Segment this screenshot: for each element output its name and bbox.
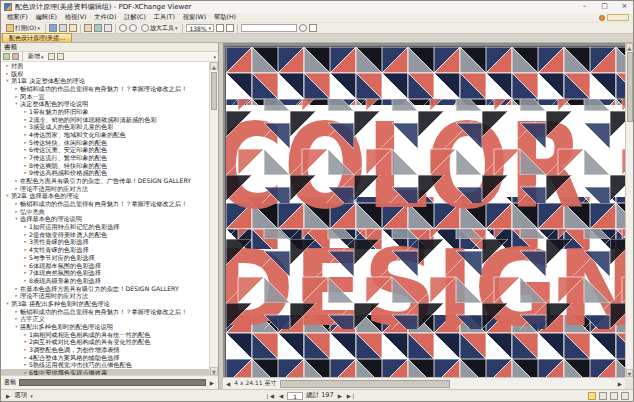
bookmark-expand-icon[interactable]: ▸ — [22, 346, 29, 354]
bookmark-item[interactable]: ▸5熟练运用视觉冲击技巧的点缀色配色 — [1, 361, 209, 369]
bookmark-expand-icon[interactable]: ▸ — [22, 254, 29, 262]
search-input[interactable] — [241, 24, 297, 32]
scroll-up-icon[interactable]: ▲ — [210, 62, 218, 70]
bookmark-item[interactable]: ▾第1章 决定整体配色的理论 — [1, 77, 209, 85]
bookmark-expand-icon[interactable]: ▸ — [22, 139, 29, 147]
scroll-down-icon[interactable]: ▼ — [210, 367, 218, 375]
bookmark-item[interactable]: ▾第3章 搭配出多种色彩时的配色理论 — [1, 300, 209, 308]
bookmark-item[interactable]: ▸封面 — [1, 62, 209, 70]
bookmark-item[interactable]: ▸8表现高级形象的色彩选择 — [1, 277, 209, 285]
bookmark-item[interactable]: ▸7体现自然氛围的色彩选择 — [1, 269, 209, 277]
bookmark-item[interactable]: ▸4女性青睐的色彩选择 — [1, 246, 209, 254]
bookmark-expand-icon[interactable]: ▸ — [4, 70, 11, 78]
bookmark-expand-icon[interactable]: ▾ — [13, 215, 20, 223]
scrollbar-thumb[interactable] — [211, 72, 217, 110]
bookmark-expand-icon[interactable]: ▸ — [13, 315, 20, 323]
find-next-icon[interactable] — [309, 24, 317, 32]
bookmark-item[interactable]: ▸畅销和成功的作品总觉得有自身魅力！？掌握理论修改之后！ — [1, 308, 209, 316]
bookmark-expand-icon[interactable]: ▸ — [22, 338, 29, 346]
bookmark-item[interactable]: ▾搭配出多种色彩时的配色理论说明 — [1, 323, 209, 331]
find-icon[interactable] — [299, 24, 307, 32]
new-bookmark-icon[interactable] — [3, 53, 10, 60]
bookmark-item[interactable]: ▸理论不适用时的应对方法 — [1, 185, 209, 193]
zoom-tool-button[interactable]: 放大工具 ▾ — [139, 23, 180, 33]
bookmark-expand-icon[interactable]: ▸ — [22, 269, 29, 277]
bookmark-expand-icon[interactable]: ▸ — [22, 154, 29, 162]
bookmark-expand-icon[interactable]: ▸ — [13, 185, 20, 193]
bookmark-expand-icon[interactable]: ▸ — [13, 292, 20, 300]
last-page-button[interactable]: ▶❘ — [346, 393, 357, 399]
bookmark-expand-icon[interactable]: ▸ — [13, 85, 20, 93]
bookmark-item[interactable]: ▾第2章 选择基本色的理论 — [1, 192, 209, 200]
menu-item[interactable]: 檢視(V) — [61, 13, 90, 22]
menu-item[interactable]: 文件(D) — [90, 13, 120, 22]
options-button[interactable]: 選項 — [14, 391, 27, 400]
select-tool-icon[interactable] — [104, 24, 112, 32]
menu-item[interactable]: 視窗(W) — [179, 13, 210, 22]
bookmark-item[interactable]: ▸8传达爽朗、轻快印象的配色 — [1, 162, 209, 170]
expand-all-icon[interactable] — [48, 53, 55, 60]
previous-page-button[interactable]: ◀ — [278, 393, 284, 399]
bookmark-item[interactable]: ▸弘中亮典 — [1, 208, 209, 216]
bookmark-expand-icon[interactable]: ▸ — [22, 277, 29, 285]
bookmark-item[interactable]: ▸畅销和成功的作品总觉得有自身魅力！？掌握理论修改之后！ — [1, 200, 209, 208]
bookmark-expand-icon[interactable]: ▸ — [22, 162, 29, 170]
bookmark-expand-icon[interactable]: ▸ — [22, 146, 29, 154]
bookmark-expand-icon[interactable]: ▸ — [13, 200, 20, 208]
print-icon[interactable] — [59, 24, 67, 32]
scroll-right-icon[interactable]: ▶ — [209, 380, 215, 386]
bookmark-item[interactable]: ▸2使食物变得美味诱人的配色 — [1, 231, 209, 239]
bookmark-expand-icon[interactable]: ▸ — [22, 116, 29, 124]
document-tab[interactable]: 配色设计原理(美搭... — [2, 33, 72, 42]
bookmark-expand-icon[interactable]: ▾ — [13, 100, 20, 108]
facing-view-icon[interactable] — [621, 392, 629, 400]
menu-item[interactable]: 檔案(F) — [3, 13, 32, 22]
menu-item[interactable]: 註解(C) — [120, 13, 150, 22]
single-page-icon[interactable] — [599, 392, 607, 400]
bookmark-item[interactable]: ▸1由相同或相近色相构成的具有统一性的配色 — [1, 331, 209, 339]
scroll-down-icon[interactable]: ▼ — [626, 369, 633, 377]
menu-item[interactable]: 編輯(E) — [32, 13, 61, 22]
bookmark-item[interactable]: ▸2由互补或对比色相构成的具有变化性的配色 — [1, 338, 209, 346]
pdf-page[interactable]: COLOR DESIGN — [226, 47, 627, 379]
bookmark-item[interactable]: ▸版权 — [1, 70, 209, 78]
bookmark-expand-icon[interactable]: ▸ — [13, 177, 20, 185]
bookmark-item[interactable]: ▸古平正义 — [1, 315, 209, 323]
bookmark-expand-icon[interactable]: ▸ — [13, 208, 20, 216]
scroll-right-icon[interactable]: ▶ — [617, 381, 623, 387]
bookmark-item[interactable]: ▸3男性青睐的色彩选择 — [1, 238, 209, 246]
bookmarks-vertical-scrollbar[interactable]: ▲ ▼ — [209, 62, 218, 375]
continuous-view-icon[interactable] — [610, 392, 618, 400]
bookmark-item[interactable]: ▾选择基本色的理论说明 — [1, 215, 209, 223]
zoom-out-icon[interactable] — [119, 24, 127, 32]
bookmark-expand-icon[interactable]: ▾ — [4, 192, 11, 200]
document-horizontal-scrollbar[interactable]: ◀ 4 x 24.11 英寸 ▶ — [223, 377, 625, 389]
delete-bookmark-icon[interactable] — [12, 53, 19, 60]
bookmark-expand-icon[interactable]: ▸ — [4, 62, 11, 70]
bookmark-item[interactable]: ▸理论不适用时的应对方法 — [1, 292, 209, 300]
bookmark-item[interactable]: ▸7传达流行、繁华印象的配色 — [1, 154, 209, 162]
fit-page-icon[interactable] — [216, 24, 224, 32]
open-button[interactable]: 打開(O) ▾ — [4, 23, 42, 33]
bookmark-item[interactable]: ▸冈本一宣 — [1, 93, 209, 101]
bookmark-expand-icon[interactable]: ▸ — [22, 238, 29, 246]
bookmark-expand-icon[interactable]: ▸ — [22, 131, 29, 139]
snapshot-tool-icon[interactable] — [94, 24, 102, 32]
close-button[interactable]: × — [616, 1, 633, 13]
bookmark-item[interactable]: ▸5与季节对应的色彩选择 — [1, 254, 209, 262]
bookmark-item[interactable]: ▸1带有魅力的怀旧印象 — [1, 108, 209, 116]
bookmark-item[interactable]: ▸5传达轻快、休闲印象的配色 — [1, 139, 209, 147]
bookmark-expand-icon[interactable]: ▸ — [22, 246, 29, 254]
bookmark-item[interactable]: ▸3感受成人的色彩和儿童的色彩 — [1, 123, 209, 131]
scrollbar-thumb[interactable] — [280, 380, 450, 388]
bookmark-expand-icon[interactable]: ▸ — [22, 123, 29, 131]
bookmark-expand-icon[interactable]: ▸ — [22, 361, 29, 369]
view-mode-icon[interactable] — [588, 392, 596, 400]
bookmark-expand-icon[interactable]: ▸ — [13, 308, 20, 316]
bookmark-expand-icon[interactable]: ▸ — [22, 331, 29, 339]
new-bookmark-button[interactable]: 新增 ▾ — [26, 52, 46, 62]
bookmark-expand-icon[interactable]: ▾ — [4, 300, 11, 308]
bookmark-expand-icon[interactable]: ▾ — [4, 77, 11, 85]
bookmark-item[interactable]: ▸6传达沉重、安定印象的配色 — [1, 146, 209, 154]
maximize-button[interactable]: □ — [596, 1, 613, 13]
